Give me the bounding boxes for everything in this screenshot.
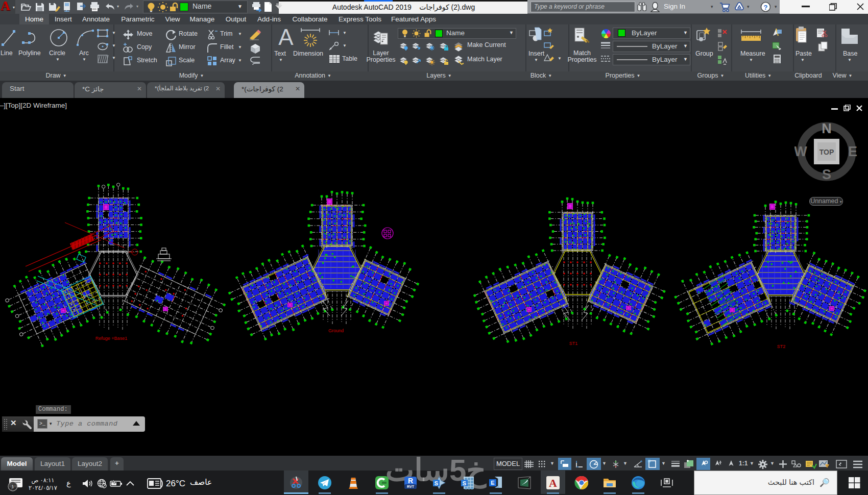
svg-text:?: ? bbox=[764, 4, 768, 11]
svg-text:ST1: ST1 bbox=[569, 341, 578, 346]
svg-text:E: E bbox=[491, 480, 494, 486]
svg-text:A: A bbox=[549, 477, 557, 489]
svg-text:Ground: Ground bbox=[328, 328, 344, 333]
svg-text:R: R bbox=[408, 477, 413, 485]
svg-text:S: S bbox=[435, 480, 438, 486]
svg-text:Refuge +Base1: Refuge +Base1 bbox=[95, 336, 127, 341]
svg-text:١: ١ bbox=[11, 483, 14, 489]
svg-text:ST2: ST2 bbox=[777, 344, 786, 349]
svg-text:RVT: RVT bbox=[407, 485, 415, 488]
svg-text:S: S bbox=[463, 480, 466, 486]
svg-text:!: ! bbox=[827, 464, 828, 468]
